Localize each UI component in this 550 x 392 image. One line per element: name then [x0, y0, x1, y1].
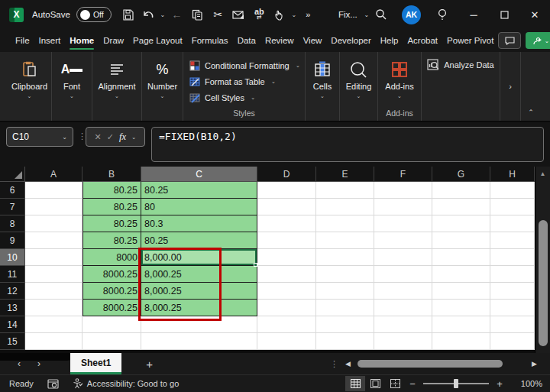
column-header-D[interactable]: D	[257, 167, 316, 182]
tab-data[interactable]: Data	[233, 29, 260, 52]
cell-F8[interactable]	[374, 215, 432, 232]
cell-E11[interactable]	[316, 266, 374, 283]
tab-developer[interactable]: Developer	[326, 29, 375, 52]
accessibility-status[interactable]: Accessibility: Good to go	[87, 379, 179, 388]
add-sheet-button[interactable]: +	[146, 358, 153, 371]
column-header-C[interactable]: C	[141, 167, 257, 182]
row-header-7[interactable]: 7	[0, 199, 25, 215]
tab-formulas[interactable]: Formulas	[187, 29, 233, 52]
cell-D6[interactable]	[257, 182, 316, 199]
cell-H6[interactable]	[490, 182, 535, 199]
tab-draw[interactable]: Draw	[99, 29, 128, 52]
row-header-10[interactable]: 10	[0, 249, 25, 266]
column-header-G[interactable]: G	[432, 167, 490, 182]
tab-power-pivot[interactable]: Power Pivot	[442, 29, 498, 52]
cell-E12[interactable]	[316, 283, 374, 300]
row-header-13[interactable]: 13	[0, 300, 25, 316]
minimize-button[interactable]: ─	[458, 0, 489, 29]
zoom-level[interactable]: 100%	[510, 379, 542, 388]
maximize-button[interactable]	[489, 0, 519, 29]
accessibility-icon[interactable]	[73, 378, 82, 389]
cell-G9[interactable]	[432, 232, 490, 249]
cell-C14[interactable]	[141, 316, 257, 333]
comments-button[interactable]	[498, 32, 521, 49]
cell-A12[interactable]	[25, 283, 82, 300]
vertical-scrollbar[interactable]: ▲	[535, 167, 550, 353]
document-title[interactable]: Fix... ⌄	[338, 10, 370, 19]
cell-D7[interactable]	[257, 199, 316, 215]
cell-D11[interactable]	[257, 266, 316, 283]
cut-icon[interactable]: ✂	[208, 5, 228, 25]
row-header-9[interactable]: 9	[0, 232, 25, 249]
cell-B13[interactable]: 8000.25	[82, 300, 141, 316]
formula-controls-chevron-icon[interactable]: ⌄	[131, 134, 136, 141]
column-header-F[interactable]: F	[374, 167, 432, 182]
search-icon[interactable]	[370, 5, 391, 25]
column-header-A[interactable]: A	[25, 167, 82, 182]
cell-F10[interactable]	[374, 249, 432, 266]
addins-button[interactable]: Add-ins ⌄	[385, 52, 413, 109]
clipboard-button[interactable]: Clipboard ⌄	[11, 52, 47, 121]
cell-H12[interactable]	[490, 283, 535, 300]
name-box[interactable]: C10 ⌄	[6, 127, 73, 147]
cell-B14[interactable]	[82, 316, 141, 333]
cell-G15[interactable]	[432, 333, 490, 350]
copy-icon[interactable]	[187, 5, 208, 25]
zoom-slider[interactable]	[423, 383, 489, 384]
cell-H8[interactable]	[490, 215, 535, 232]
formula-input[interactable]: =FIXED(B10,2)	[151, 127, 544, 162]
cell-H11[interactable]	[490, 266, 535, 283]
cell-F14[interactable]	[374, 316, 432, 333]
cell-A9[interactable]	[25, 232, 82, 249]
cells-button[interactable]: Cells ⌄	[313, 52, 332, 121]
cell-B15[interactable]	[82, 333, 141, 350]
cell-B10[interactable]: 8000	[82, 249, 141, 266]
autosave-toggle[interactable]: Off	[76, 7, 112, 22]
prev-sheet-icon[interactable]: ‹	[9, 358, 29, 369]
cell-A8[interactable]	[25, 215, 82, 232]
cell-F6[interactable]	[374, 182, 432, 199]
cell-C8[interactable]: 80.3	[141, 215, 257, 232]
cell-G10[interactable]	[432, 249, 490, 266]
email-icon[interactable]	[228, 5, 249, 25]
cell-C12[interactable]: 8,000.25	[141, 283, 257, 300]
cell-D10[interactable]	[257, 249, 316, 266]
column-header-E[interactable]: E	[316, 167, 374, 182]
cell-F12[interactable]	[374, 283, 432, 300]
cell-F7[interactable]	[374, 199, 432, 215]
column-header-H[interactable]: H	[490, 167, 535, 182]
cell-C15[interactable]	[141, 333, 257, 350]
row-header-6[interactable]: 6	[0, 182, 25, 199]
cell-B11[interactable]: 8000.25	[82, 266, 141, 283]
next-sheet-icon[interactable]: ›	[29, 358, 49, 369]
cell-G8[interactable]	[432, 215, 490, 232]
tab-file[interactable]: File	[11, 29, 34, 52]
cell-A11[interactable]	[25, 266, 82, 283]
collapse-ribbon-icon[interactable]: ⌃	[521, 52, 541, 121]
cell-A15[interactable]	[25, 333, 82, 350]
zoom-in-button[interactable]: +	[492, 378, 507, 390]
cell-A14[interactable]	[25, 316, 82, 333]
cell-E14[interactable]	[316, 316, 374, 333]
name-box-dropdown-icon[interactable]: ⌄	[62, 134, 67, 141]
sheet-tab-sheet1[interactable]: Sheet1	[70, 353, 121, 374]
alignment-button[interactable]: Alignment ⌄	[99, 52, 136, 121]
more-commands-icon[interactable]: »	[298, 5, 319, 25]
cell-B12[interactable]: 8000.25	[82, 283, 141, 300]
cell-G11[interactable]	[432, 266, 490, 283]
font-button[interactable]: A Font ⌄	[61, 52, 83, 121]
zoom-slider-thumb[interactable]	[454, 379, 458, 388]
undo-dropdown-icon[interactable]: ⌄	[159, 11, 167, 18]
tab-page-layout[interactable]: Page Layout	[128, 29, 187, 52]
close-button[interactable]: ✕	[519, 0, 550, 29]
cell-B6[interactable]: 80.25	[82, 182, 141, 199]
select-all-corner[interactable]	[0, 167, 25, 182]
cell-D8[interactable]	[257, 215, 316, 232]
cell-C10[interactable]: 8,000.00	[141, 249, 257, 266]
cell-E9[interactable]	[316, 232, 374, 249]
undo-icon[interactable]	[138, 5, 159, 25]
cell-C9[interactable]: 80.25	[141, 232, 257, 249]
tab-help[interactable]: Help	[376, 29, 403, 52]
cell-B7[interactable]: 80.25	[82, 199, 141, 215]
cell-A10[interactable]	[25, 249, 82, 266]
